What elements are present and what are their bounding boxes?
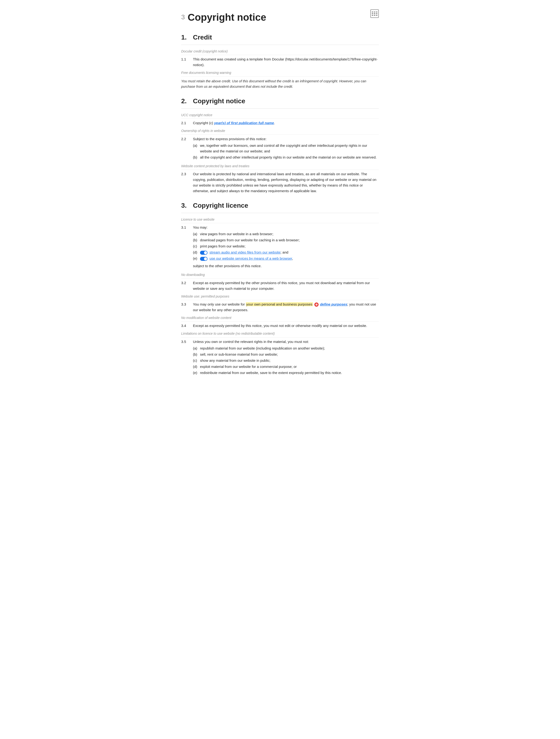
section-3-heading: 3. Copyright licence (181, 200, 379, 213)
list-item: (a) republish material from our website … (193, 345, 379, 351)
clause-3-4-num: 3.4 (181, 323, 190, 329)
section-3-title: Copyright licence (193, 200, 248, 211)
list-item-e: (e) use our website services by means of… (193, 256, 379, 261)
list-item: (c) show any material from our website i… (193, 358, 379, 363)
subsection-label-ownership: Ownership of rights in website (181, 128, 379, 135)
section-2-num: 2. (181, 96, 188, 107)
subsection-label-no-modification: No modification of website content (181, 315, 379, 321)
clause-3-1-num: 3.1 (181, 225, 190, 270)
section-2-heading: 2. Copyright notice (181, 96, 379, 109)
section-3-num: 3. (181, 200, 188, 211)
toggle-e-text: use our website services by means of a w… (209, 256, 292, 260)
list-item: (d) exploit material from our website fo… (193, 364, 379, 370)
toggle-d[interactable] (200, 251, 207, 255)
section-2-title: Copyright notice (193, 96, 245, 107)
toggle-e[interactable] (200, 257, 207, 261)
list-item: (e) redistribute material from our websi… (193, 370, 379, 376)
clause-3-2-text: Except as expressly permitted by the oth… (193, 280, 379, 291)
section-1-heading: 1. Credit (181, 32, 379, 45)
clause-3-3-text: You may only use our website for your ow… (193, 302, 379, 313)
free-docs-warning: You must retain the above credit. Use of… (181, 79, 379, 90)
year-field[interactable]: year(s) of first publication full name (214, 121, 274, 125)
clause-3-1-list: (a) view pages from our website in a web… (193, 231, 379, 261)
clause-1-1: 1.1 This document was created using a te… (181, 56, 379, 68)
clause-2-2-text: Subject to the express provisions of thi… (193, 136, 379, 161)
section-2: 2. Copyright notice UCC copyright notice… (181, 96, 379, 194)
highlight-purposes: your own personal and business purposes (246, 302, 313, 306)
page-title: 3 Copyright notice (181, 9, 266, 25)
clause-2-2: 2.2 Subject to the express provisions of… (181, 136, 379, 161)
clause-3-2-num: 3.2 (181, 280, 190, 291)
define-purposes-field[interactable]: define purposes (320, 302, 347, 306)
clause-2-3-text: Our website is protected by national and… (193, 171, 379, 194)
subsection-label-no-downloading: No downloading (181, 272, 379, 279)
clause-2-2-num: 2.2 (181, 136, 190, 161)
page-title-text: Copyright notice (188, 9, 266, 25)
subsection-label-licence: Licence to use website (181, 217, 379, 223)
subsection-label-docular-credit: Docular credit (copyright notice) (181, 49, 379, 55)
clause-3-5: 3.5 Unless you own or control the releva… (181, 339, 379, 377)
clause-1-1-num: 1.1 (181, 56, 190, 68)
section-1: 1. Credit Docular credit (copyright noti… (181, 32, 379, 90)
clause-2-3-num: 2.3 (181, 171, 190, 194)
clause-2-1: 2.1 Copyright (c) year(s) of first publi… (181, 120, 379, 126)
clause-3-5-list: (a) republish material from our website … (193, 345, 379, 376)
page-header: 3 Copyright notice (181, 9, 379, 25)
subject-line: subject to the other provisions of this … (193, 263, 379, 269)
clause-3-2: 3.2 Except as expressly permitted by the… (181, 280, 379, 291)
section-3: 3. Copyright licence Licence to use webs… (181, 200, 379, 377)
clause-3-1: 3.1 You may: (a) view pages from our web… (181, 225, 379, 270)
toggle-d-text: stream audio and video files from our we… (209, 250, 280, 254)
error-icon[interactable]: ⊕ (314, 302, 318, 307)
section-1-num: 1. (181, 32, 188, 43)
list-item-a: (a) view pages from our website in a web… (193, 231, 379, 237)
list-item-d: (d) stream audio and video files from ou… (193, 250, 379, 255)
clause-2-1-text: Copyright (c) year(s) of first publicati… (193, 120, 379, 126)
section-1-title: Credit (193, 32, 212, 43)
subsection-label-permitted-purposes: Website use: permitted purposes (181, 294, 379, 300)
clause-3-4: 3.4 Except as expressly permitted by thi… (181, 323, 379, 329)
clause-2-3: 2.3 Our website is protected by national… (181, 171, 379, 194)
clause-2-1-num: 2.1 (181, 120, 190, 126)
list-item: (b) sell, rent or sub-license material f… (193, 351, 379, 357)
list-item: (a) we, together with our licensors, own… (193, 143, 379, 154)
subsection-label-free-docs: Free documents licensing warning (181, 70, 379, 77)
subsection-label-ucc: UCC copyright notice (181, 113, 379, 119)
clause-2-2-list: (a) we, together with our licensors, own… (193, 143, 379, 160)
subsection-label-limitations: Limitations on licence to use website (n… (181, 331, 379, 337)
table-of-contents-icon[interactable] (370, 9, 379, 18)
page-number: 3 (181, 12, 185, 23)
clause-3-5-text: Unless you own or control the relevant r… (193, 339, 379, 377)
clause-3-4-text: Except as expressly permitted by this no… (193, 323, 379, 329)
clause-3-3-num: 3.3 (181, 302, 190, 313)
list-item-b: (b) download pages from our website for … (193, 237, 379, 243)
list-item: (b) all the copyright and other intellec… (193, 155, 379, 160)
clause-3-3: 3.3 You may only use our website for you… (181, 302, 379, 313)
subsection-label-protected: Website content protected by laws and tr… (181, 163, 379, 170)
clause-1-1-text: This document was created using a templa… (193, 56, 379, 68)
clause-3-1-text: You may: (a) view pages from our website… (193, 225, 379, 270)
list-item-c: (c) print pages from our website; (193, 244, 379, 249)
clause-3-5-num: 3.5 (181, 339, 190, 377)
